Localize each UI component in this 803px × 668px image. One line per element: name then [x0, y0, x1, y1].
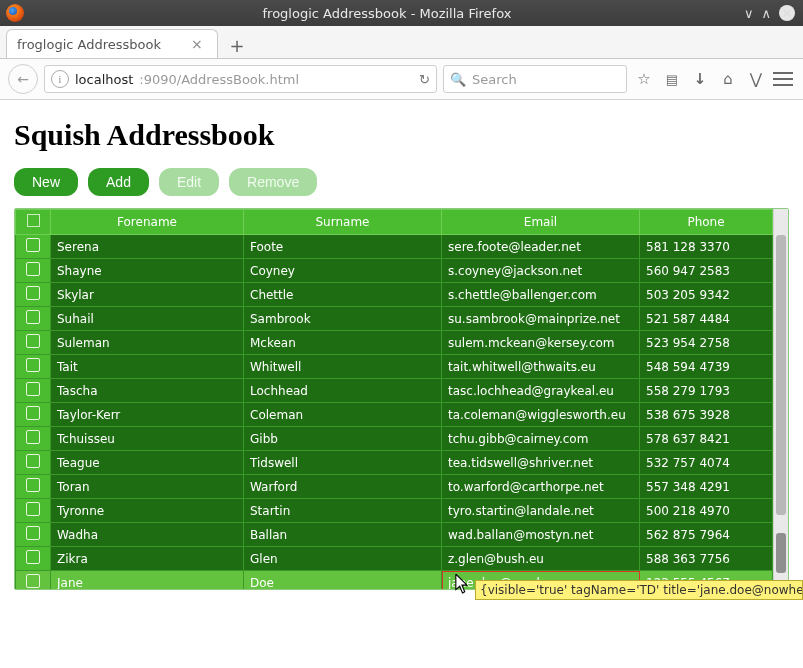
row-checkbox[interactable] — [16, 403, 51, 427]
cell-surname[interactable]: Mckean — [244, 331, 442, 355]
cell-surname[interactable]: Ballan — [244, 523, 442, 547]
cell-surname[interactable]: Coyney — [244, 259, 442, 283]
table-row[interactable]: TaschaLochheadtasc.lochhead@graykeal.eu5… — [16, 379, 773, 403]
cell-email[interactable]: wad.ballan@mostyn.net — [442, 523, 640, 547]
cell-forename[interactable]: Jane — [51, 571, 244, 590]
pocket-icon[interactable]: ⋁ — [745, 70, 767, 88]
url-field[interactable]: i localhost:9090/AddressBook.html ↻ — [44, 65, 437, 93]
row-checkbox[interactable] — [16, 331, 51, 355]
row-checkbox[interactable] — [16, 283, 51, 307]
row-checkbox[interactable] — [16, 475, 51, 499]
cell-email[interactable]: to.warford@carthorpe.net — [442, 475, 640, 499]
window-maximize-icon[interactable]: ∧ — [761, 6, 771, 21]
cell-email[interactable]: tyro.startin@landale.net — [442, 499, 640, 523]
cell-phone[interactable]: 503 205 9342 — [640, 283, 773, 307]
library-icon[interactable]: ▤ — [661, 72, 683, 87]
cell-forename[interactable]: Tait — [51, 355, 244, 379]
cell-phone[interactable]: 532 757 4074 — [640, 451, 773, 475]
cell-surname[interactable]: Sambrook — [244, 307, 442, 331]
menu-button[interactable] — [773, 72, 795, 86]
cell-surname[interactable]: Startin — [244, 499, 442, 523]
table-row[interactable]: TchuisseuGibbtchu.gibb@cairney.com578 63… — [16, 427, 773, 451]
cell-forename[interactable]: Toran — [51, 475, 244, 499]
tab-close-icon[interactable]: × — [191, 36, 203, 52]
cell-forename[interactable]: Teague — [51, 451, 244, 475]
window-minimize-icon[interactable]: ∨ — [744, 6, 754, 21]
cell-phone[interactable]: 588 363 7756 — [640, 547, 773, 571]
cell-surname[interactable]: Warford — [244, 475, 442, 499]
column-email[interactable]: Email — [442, 210, 640, 235]
row-checkbox[interactable] — [16, 355, 51, 379]
edit-button[interactable]: Edit — [159, 168, 219, 196]
cell-forename[interactable]: Zikra — [51, 547, 244, 571]
cell-phone[interactable]: 521 587 4484 — [640, 307, 773, 331]
table-row[interactable]: ShayneCoyneys.coyney@jackson.net560 947 … — [16, 259, 773, 283]
cell-email[interactable]: tait.whitwell@thwaits.eu — [442, 355, 640, 379]
back-button[interactable]: ← — [8, 64, 38, 94]
row-checkbox[interactable] — [16, 259, 51, 283]
cell-surname[interactable]: Doe — [244, 571, 442, 590]
cell-phone[interactable]: 500 218 4970 — [640, 499, 773, 523]
table-row[interactable]: WadhaBallanwad.ballan@mostyn.net562 875 … — [16, 523, 773, 547]
cell-phone[interactable]: 562 875 7964 — [640, 523, 773, 547]
cell-surname[interactable]: Tidswell — [244, 451, 442, 475]
table-row[interactable]: SerenaFootesere.foote@leader.net581 128 … — [16, 235, 773, 259]
table-row[interactable]: TaitWhitwelltait.whitwell@thwaits.eu548 … — [16, 355, 773, 379]
cell-forename[interactable]: Tchuisseu — [51, 427, 244, 451]
cell-email[interactable]: s.chettle@ballenger.com — [442, 283, 640, 307]
header-checkbox[interactable] — [16, 210, 51, 235]
new-tab-button[interactable]: + — [224, 32, 250, 58]
cell-email[interactable]: tchu.gibb@cairney.com — [442, 427, 640, 451]
cell-surname[interactable]: Lochhead — [244, 379, 442, 403]
row-checkbox[interactable] — [16, 523, 51, 547]
row-checkbox[interactable] — [16, 427, 51, 451]
row-checkbox[interactable] — [16, 307, 51, 331]
column-surname[interactable]: Surname — [244, 210, 442, 235]
remove-button[interactable]: Remove — [229, 168, 317, 196]
cell-forename[interactable]: Serena — [51, 235, 244, 259]
home-icon[interactable]: ⌂ — [717, 70, 739, 88]
cell-phone[interactable]: 581 128 3370 — [640, 235, 773, 259]
row-checkbox[interactable] — [16, 235, 51, 259]
table-row[interactable]: SkylarChettles.chettle@ballenger.com503 … — [16, 283, 773, 307]
cell-email[interactable]: tasc.lochhead@graykeal.eu — [442, 379, 640, 403]
cell-email[interactable]: sere.foote@leader.net — [442, 235, 640, 259]
table-row[interactable]: SuhailSambrooksu.sambrook@mainprize.net5… — [16, 307, 773, 331]
cell-phone[interactable]: 560 947 2583 — [640, 259, 773, 283]
table-row[interactable]: Taylor-KerrColemanta.coleman@wiggleswort… — [16, 403, 773, 427]
new-button[interactable]: New — [14, 168, 78, 196]
cell-phone[interactable]: 557 348 4291 — [640, 475, 773, 499]
cell-forename[interactable]: Suhail — [51, 307, 244, 331]
downloads-icon[interactable]: ↓ — [689, 70, 711, 88]
column-forename[interactable]: Forename — [51, 210, 244, 235]
cell-phone[interactable]: 578 637 8421 — [640, 427, 773, 451]
cell-email[interactable]: sulem.mckean@kersey.com — [442, 331, 640, 355]
browser-tab[interactable]: froglogic Addressbook × — [6, 29, 218, 58]
row-checkbox[interactable] — [16, 451, 51, 475]
row-checkbox[interactable] — [16, 571, 51, 590]
cell-surname[interactable]: Chettle — [244, 283, 442, 307]
cell-surname[interactable]: Whitwell — [244, 355, 442, 379]
table-row[interactable]: ZikraGlenz.glen@bush.eu588 363 7756 — [16, 547, 773, 571]
cell-email[interactable]: su.sambrook@mainprize.net — [442, 307, 640, 331]
scrollbar-thumb[interactable] — [776, 235, 786, 515]
cell-forename[interactable]: Tascha — [51, 379, 244, 403]
reload-icon[interactable]: ↻ — [419, 72, 430, 87]
cell-surname[interactable]: Gibb — [244, 427, 442, 451]
table-row[interactable]: SulemanMckeansulem.mckean@kersey.com523 … — [16, 331, 773, 355]
bookmark-icon[interactable]: ☆ — [633, 70, 655, 88]
row-checkbox[interactable] — [16, 379, 51, 403]
table-row[interactable]: TeagueTidswelltea.tidswell@shriver.net53… — [16, 451, 773, 475]
row-checkbox[interactable] — [16, 547, 51, 571]
site-info-icon[interactable]: i — [51, 70, 69, 88]
column-phone[interactable]: Phone — [640, 210, 773, 235]
cell-phone[interactable]: 548 594 4739 — [640, 355, 773, 379]
vertical-scrollbar[interactable] — [773, 209, 788, 589]
table-row[interactable]: ToranWarfordto.warford@carthorpe.net557 … — [16, 475, 773, 499]
add-button[interactable]: Add — [88, 168, 149, 196]
cell-forename[interactable]: Skylar — [51, 283, 244, 307]
cell-surname[interactable]: Coleman — [244, 403, 442, 427]
cell-email[interactable]: z.glen@bush.eu — [442, 547, 640, 571]
cell-forename[interactable]: Wadha — [51, 523, 244, 547]
browser-search-field[interactable]: 🔍 Search — [443, 65, 627, 93]
